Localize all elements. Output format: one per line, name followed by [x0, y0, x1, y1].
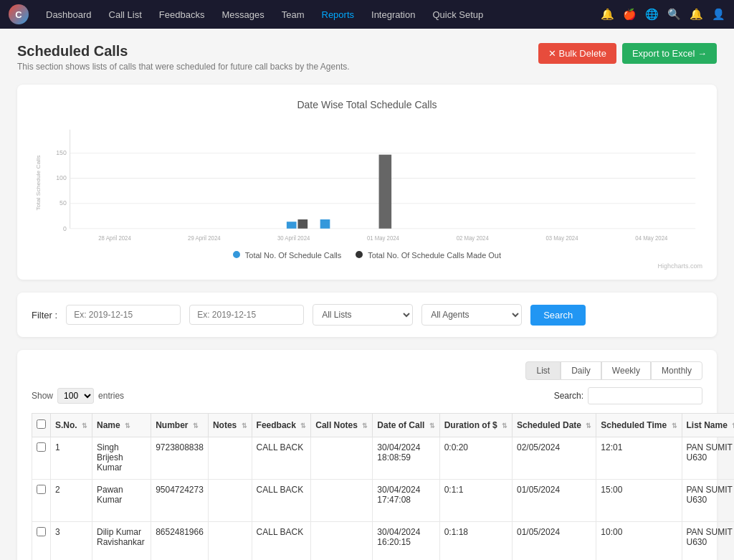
- nav-items: DashboardCall ListFeedbacksMessagesTeamR…: [37, 0, 492, 29]
- svg-text:03 May 2024: 03 May 2024: [546, 234, 578, 241]
- svg-text:01 May 2024: 01 May 2024: [367, 234, 399, 241]
- row-duration: 0:1:18: [439, 522, 512, 561]
- col-scheduled_time[interactable]: Scheduled Time ⇅: [596, 414, 682, 437]
- search-button[interactable]: Search: [530, 305, 586, 326]
- svg-text:150: 150: [56, 148, 67, 156]
- row-scheduled-date: 02/05/2024: [513, 437, 596, 480]
- row-call-notes: [311, 522, 373, 561]
- row-feedback: CALL BACK: [252, 437, 311, 480]
- svg-rect-9: [287, 222, 297, 229]
- export-excel-button[interactable]: Export to Excel →: [622, 43, 717, 64]
- filter-agent-select[interactable]: All Agents: [421, 304, 522, 326]
- row-list-name: PAN SUMIT U630: [682, 480, 734, 522]
- nav-item-team[interactable]: Team: [273, 0, 313, 29]
- highcharts-credit: Highcharts.com: [32, 262, 702, 270]
- col-duration_of_$[interactable]: Duration of $ ⇅: [439, 414, 512, 437]
- bulk-delete-button[interactable]: ✕ Bulk Delete: [538, 43, 616, 64]
- header-actions: ✕ Bulk Delete Export to Excel →: [538, 43, 717, 64]
- view-btn-monthly[interactable]: Monthly: [651, 361, 702, 380]
- entries-label: entries: [98, 391, 124, 401]
- search-icon[interactable]: 🔍: [667, 8, 681, 21]
- row-scheduled-date: 01/05/2024: [513, 522, 596, 561]
- row-checkbox[interactable]: [32, 480, 51, 522]
- row-name: Singh Brijesh Kumar: [92, 437, 151, 480]
- col-date_of_call[interactable]: Date of Call ⇅: [373, 414, 439, 437]
- sort-icon: ⇅: [672, 422, 677, 430]
- filter-label: Filter :: [32, 310, 57, 321]
- notification-icon[interactable]: 🔔: [601, 8, 614, 21]
- nav-item-messages[interactable]: Messages: [213, 0, 272, 29]
- nav-item-call-list[interactable]: Call List: [100, 0, 151, 29]
- row-checkbox[interactable]: [32, 437, 51, 480]
- col-call_notes[interactable]: Call Notes ⇅: [311, 414, 373, 437]
- col-notes[interactable]: Notes ⇅: [208, 414, 252, 437]
- row-date-of-call: 30/04/2024 16:20:15: [373, 522, 439, 561]
- apple-icon[interactable]: 🍎: [623, 8, 637, 21]
- sort-icon: ⇅: [125, 422, 130, 430]
- svg-rect-11: [320, 219, 330, 229]
- page-header: Scheduled Calls This section shows lists…: [17, 43, 717, 72]
- table-search-input[interactable]: [588, 387, 702, 404]
- col-s.no.[interactable]: S.No. ⇅: [51, 414, 92, 437]
- row-list-name: PAN SUMIT U630: [682, 522, 734, 561]
- table-top-bar: Show 100 entries Search:: [32, 387, 702, 404]
- row-list-name: PAN SUMIT U630: [682, 437, 734, 480]
- nav-item-feedbacks[interactable]: Feedbacks: [151, 0, 214, 29]
- select-all-checkbox[interactable]: [37, 419, 46, 429]
- view-btn-weekly[interactable]: Weekly: [601, 361, 651, 380]
- svg-rect-12: [379, 155, 392, 229]
- row-notes: [208, 522, 252, 561]
- nav-item-integration[interactable]: Integration: [363, 0, 424, 29]
- sort-icon: ⇅: [82, 422, 87, 430]
- header-checkbox[interactable]: [32, 414, 51, 437]
- alert-icon[interactable]: 🔔: [690, 8, 703, 21]
- table-row: 1Singh Brijesh Kumar9723808838CALL BACK3…: [32, 437, 735, 480]
- svg-text:30 April 2024: 30 April 2024: [277, 234, 310, 241]
- nav-item-reports[interactable]: Reports: [313, 0, 363, 29]
- sort-icon: ⇅: [300, 422, 306, 430]
- row-date-of-call: 30/04/2024 17:47:08: [373, 480, 439, 522]
- row-call-notes: [311, 437, 373, 480]
- row-sno: 2: [51, 480, 92, 522]
- legend-label-blue: Total No. Of Schedule Calls: [245, 251, 342, 260]
- svg-text:28 April 2024: 28 April 2024: [98, 234, 131, 241]
- view-btn-daily[interactable]: Daily: [561, 361, 601, 380]
- chart-svg: 0 50 100 150: [32, 122, 702, 244]
- filter-card: Filter : All Lists All Agents Search: [17, 293, 717, 337]
- show-entries: Show 100 entries: [32, 388, 124, 404]
- svg-rect-10: [297, 219, 308, 229]
- filter-date1[interactable]: [66, 305, 181, 325]
- row-checkbox[interactable]: [32, 522, 51, 561]
- svg-text:04 May 2024: 04 May 2024: [635, 234, 667, 241]
- search-bar: Search:: [554, 387, 702, 404]
- row-date-of-call: 30/04/2024 18:08:59: [373, 437, 439, 480]
- data-table: S.No. ⇅Name ⇅Number ⇅Notes ⇅Feedback ⇅Ca…: [32, 413, 734, 560]
- globe-icon[interactable]: 🌐: [645, 8, 659, 21]
- nav-item-dashboard[interactable]: Dashboard: [37, 0, 100, 29]
- row-call-notes: [311, 480, 373, 522]
- col-scheduled_date[interactable]: Scheduled Date ⇅: [513, 414, 596, 437]
- show-label: Show: [32, 391, 53, 401]
- view-buttons: ListDailyWeeklyMonthly: [32, 361, 702, 380]
- show-select[interactable]: 100: [57, 388, 94, 404]
- chart-area: 0 50 100 150: [32, 122, 702, 244]
- legend-item-blue: Total No. Of Schedule Calls: [233, 251, 341, 260]
- row-name: Pawan Kumar: [92, 480, 151, 522]
- svg-text:0: 0: [63, 225, 67, 232]
- filter-list-select[interactable]: All Lists: [313, 304, 413, 326]
- table-card: ListDailyWeeklyMonthly Show 100 entries …: [17, 350, 717, 560]
- sort-icon: ⇅: [193, 422, 199, 430]
- filter-date2[interactable]: [189, 305, 304, 325]
- col-feedback[interactable]: Feedback ⇅: [252, 414, 311, 437]
- col-number[interactable]: Number ⇅: [151, 414, 209, 437]
- col-name[interactable]: Name ⇅: [92, 414, 151, 437]
- nav-logo: C: [9, 4, 29, 24]
- row-feedback: CALL BACK: [252, 522, 311, 561]
- nav-item-quick-setup[interactable]: Quick Setup: [424, 0, 492, 29]
- col-list_name[interactable]: List Name ⇅: [682, 414, 734, 437]
- user-icon[interactable]: 👤: [712, 8, 725, 21]
- sort-icon: ⇅: [586, 422, 591, 430]
- row-scheduled-time: 12:01: [596, 437, 682, 480]
- row-scheduled-date: 01/05/2024: [513, 480, 596, 522]
- view-btn-list[interactable]: List: [525, 361, 561, 380]
